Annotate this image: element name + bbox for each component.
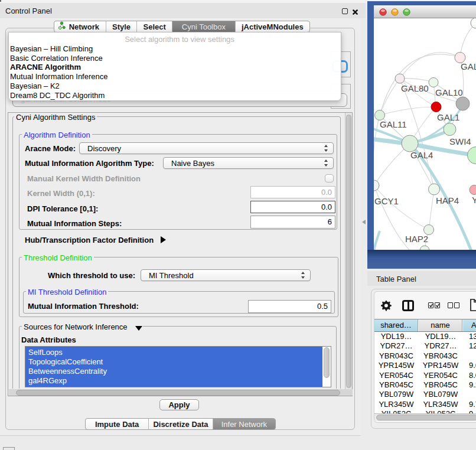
svg-text:GAL11: GAL11: [380, 119, 407, 129]
svg-text:GAL80: GAL80: [401, 83, 429, 93]
svg-text:Y: Y: [472, 195, 476, 205]
svg-text:GAL1: GAL1: [437, 112, 459, 122]
svg-text:GAL7: GAL7: [461, 61, 476, 71]
svg-text:SWI4: SWI4: [449, 136, 471, 146]
svg-text:HAP4: HAP4: [436, 195, 459, 206]
svg-text:GAL4: GAL4: [410, 150, 433, 160]
svg-text:HAP2: HAP2: [405, 234, 428, 244]
svg-text:GAL10: GAL10: [435, 87, 463, 97]
svg-text:GCY1: GCY1: [374, 196, 399, 206]
